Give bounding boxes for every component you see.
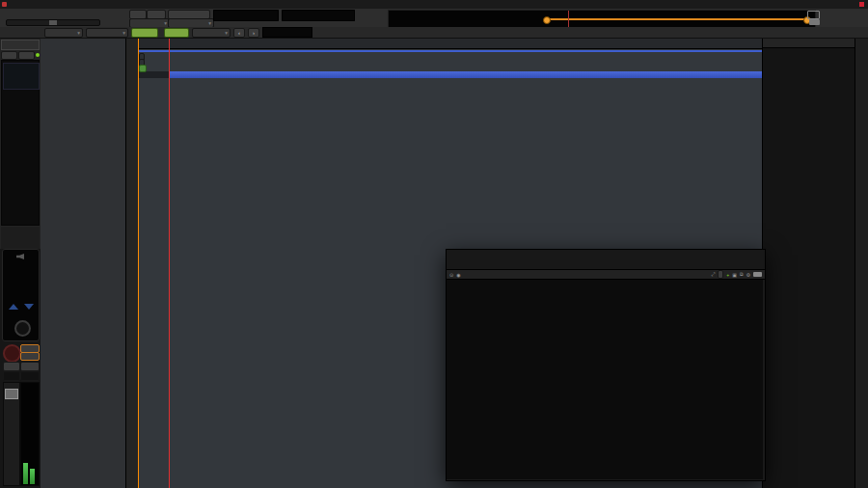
plugin-resize-icon[interactable]: ⤢	[711, 271, 715, 278]
plugin-settings-icon[interactable]: ⚙	[746, 272, 750, 278]
peak-display[interactable]	[20, 371, 40, 381]
plugin-copy-icon[interactable]: ⧉	[740, 271, 744, 278]
record-enable-button[interactable]	[3, 344, 21, 363]
level-meter	[20, 382, 40, 486]
sidebar-tabs	[854, 39, 868, 488]
solo-button[interactable]	[20, 362, 40, 371]
monitor-knob[interactable]	[14, 320, 31, 337]
gain-display[interactable]	[3, 371, 20, 381]
plugin-titlebar[interactable]	[447, 250, 765, 270]
plugin-window: ⊙ ◉ ⤢ + ▣ ⧉ ⚙	[446, 249, 766, 481]
plugin-power-icon[interactable]: ◉	[456, 272, 460, 278]
arrangement-panel	[762, 39, 855, 488]
arrangement-ruler[interactable]	[138, 71, 762, 78]
monitor-section	[0, 249, 41, 488]
pin-management-button[interactable]	[718, 270, 723, 279]
loop-range-bar[interactable]	[138, 50, 762, 52]
mute-button[interactable]	[3, 362, 20, 371]
disk-monitor-button[interactable]	[20, 352, 40, 361]
plugin-add-icon[interactable]: +	[726, 272, 729, 278]
plugin-bypass-icon[interactable]: ⊙	[449, 272, 453, 278]
start-marker[interactable]	[139, 65, 147, 72]
plugin-keyboard-icon[interactable]	[753, 272, 762, 277]
ardour-window: ▾ ▾ ▾ ▾ ▾	[0, 0, 868, 488]
fader[interactable]	[3, 382, 20, 486]
playhead[interactable]	[169, 39, 170, 488]
session-start-line	[138, 39, 139, 488]
speaker-icon	[16, 254, 24, 259]
plugin-save-icon[interactable]: ▣	[732, 272, 737, 278]
plugin-host-toolbar: ⊙ ◉ ⤢ + ▣ ⧉ ⚙	[447, 270, 765, 280]
surge-ui	[447, 280, 763, 479]
